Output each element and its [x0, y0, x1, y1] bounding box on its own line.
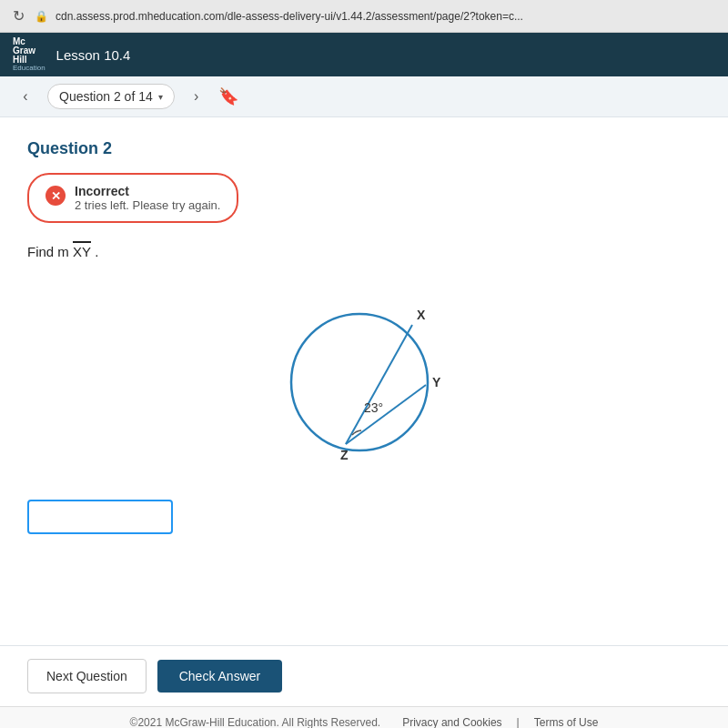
answer-input[interactable]: [27, 500, 173, 534]
next-question-button[interactable]: Next Question: [27, 659, 147, 693]
diagram-area: X Y Z 23°: [27, 278, 701, 478]
forward-button[interactable]: ›: [184, 84, 209, 109]
refresh-icon[interactable]: ↻: [9, 7, 27, 25]
check-answer-button[interactable]: Check Answer: [157, 660, 282, 693]
incorrect-banner: ✕ Incorrect 2 tries left. Please try aga…: [27, 173, 238, 223]
copyright-footer: ©2021 McGraw-Hill Education. All Rights …: [0, 706, 728, 728]
svg-line-2: [346, 385, 426, 444]
bookmark-icon[interactable]: 🔖: [218, 86, 238, 106]
copyright-links: Privacy and Cookies | Terms of Use: [402, 716, 598, 728]
point-z-label: Z: [340, 448, 349, 462]
incorrect-text: Incorrect 2 tries left. Please try again…: [75, 184, 220, 212]
point-x-label: X: [417, 308, 426, 322]
angle-label: 23°: [364, 400, 383, 415]
question-selector[interactable]: Question 2 of 14 ▾: [47, 84, 175, 109]
lock-icon: 🔒: [35, 10, 48, 23]
incorrect-subtitle: 2 tries left. Please try again.: [75, 198, 220, 212]
circle-diagram: X Y Z 23°: [264, 278, 464, 478]
question-heading: Question 2: [27, 139, 701, 158]
question-selector-label: Question 2 of 14: [59, 89, 153, 104]
chevron-down-icon: ▾: [158, 92, 163, 102]
terms-link[interactable]: Terms of Use: [534, 716, 599, 728]
back-button[interactable]: ‹: [13, 84, 38, 109]
arc-label: XY: [73, 241, 91, 259]
privacy-link[interactable]: Privacy and Cookies: [402, 716, 501, 728]
circle-svg: X Y Z 23°: [264, 278, 464, 478]
question-prompt: Find m XY .: [27, 241, 701, 259]
lesson-title: Lesson 10.4: [56, 47, 131, 63]
footer-buttons: Next Question Check Answer: [0, 645, 728, 706]
nav-bar: ‹ Question 2 of 14 ▾ › 🔖: [0, 76, 728, 117]
copyright-text: ©2021 McGraw-Hill Education. All Rights …: [130, 716, 381, 728]
app-header: Mc Graw Hill Education Lesson 10.4: [0, 33, 728, 76]
svg-line-1: [346, 325, 412, 444]
incorrect-title: Incorrect: [75, 184, 220, 198]
point-y-label: Y: [432, 375, 441, 389]
answer-input-container: [27, 500, 701, 534]
incorrect-icon: ✕: [46, 186, 66, 206]
link-separator: |: [517, 716, 520, 728]
prompt-suffix: .: [95, 244, 98, 259]
arc-expression: XY: [73, 241, 91, 259]
logo: Mc Graw Hill Education: [13, 37, 46, 72]
browser-bar: ↻ 🔒 cdn.assess.prod.mheducation.com/dle-…: [0, 0, 728, 33]
main-content: Question 2 ✕ Incorrect 2 tries left. Ple…: [0, 117, 728, 645]
logo-edu: Education: [13, 65, 46, 72]
browser-url: cdn.assess.prod.mheducation.com/dle-asse…: [56, 10, 719, 23]
prompt-prefix: Find m: [27, 244, 69, 259]
